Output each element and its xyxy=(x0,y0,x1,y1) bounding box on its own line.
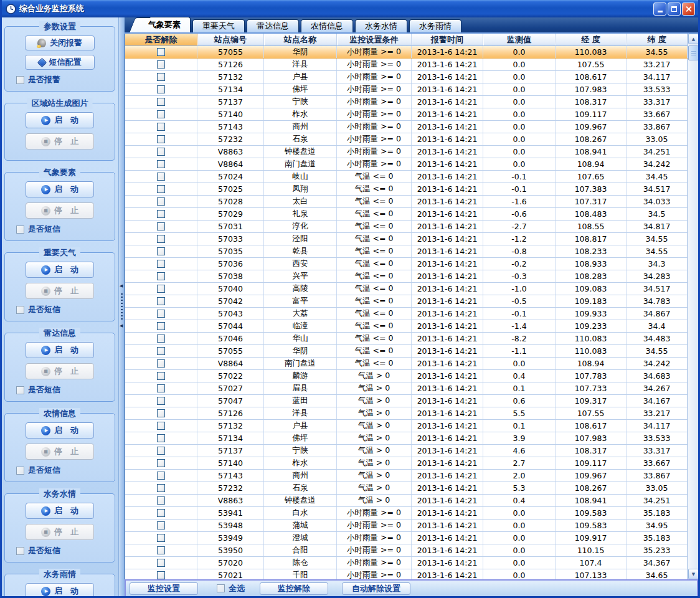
tab-水务雨情[interactable]: 水务雨情 xyxy=(409,19,461,32)
table-row[interactable]: 57043大荔气温 <= 02013-1-6 14:21-0.1109.9333… xyxy=(125,308,688,320)
column-header[interactable]: 站点名称 xyxy=(264,34,337,45)
release-checkbox[interactable] xyxy=(157,335,165,343)
vertical-scrollbar[interactable]: ▲ ▼ xyxy=(688,34,698,579)
release-checkbox[interactable] xyxy=(157,272,165,280)
table-row[interactable]: 57033泾阳气温 <= 02013-1-6 14:21-1.2108.8173… xyxy=(125,233,688,245)
release-checkbox[interactable] xyxy=(157,297,165,305)
release-checkbox[interactable] xyxy=(157,521,165,529)
release-checkbox[interactable] xyxy=(157,310,165,318)
tab-农情信息[interactable]: 农情信息 xyxy=(301,19,353,32)
release-checkbox[interactable] xyxy=(157,347,165,355)
release-checkbox[interactable] xyxy=(157,247,165,255)
table-row[interactable]: 57140柞水气温 > 02013-1-6 14:212.7109.11733.… xyxy=(125,457,688,470)
tab-雷达信息[interactable]: 雷达信息 xyxy=(247,19,299,32)
monitor-set-button[interactable]: 监控设置 xyxy=(130,582,198,595)
monitor-release-button[interactable]: 监控解除 xyxy=(260,582,328,595)
release-checkbox[interactable] xyxy=(157,110,165,118)
minimize-button[interactable] xyxy=(653,2,666,16)
release-checkbox[interactable] xyxy=(157,546,165,554)
table-row[interactable]: 57046华山气温 <= 02013-1-6 14:21-8.2110.0833… xyxy=(125,333,688,345)
checkbox[interactable] xyxy=(16,467,24,475)
column-header[interactable]: 站点编号 xyxy=(197,34,264,45)
stop-button[interactable]: ■停 止 xyxy=(26,524,94,540)
release-checkbox[interactable] xyxy=(157,210,165,218)
table-row[interactable]: V8863钟楼盘道小时雨量 >= 02013-1-6 14:210.0108.9… xyxy=(125,146,688,158)
table-row[interactable]: 57143商州小时雨量 >= 02013-1-6 14:210.0109.967… xyxy=(125,121,688,133)
column-header[interactable]: 经 度 xyxy=(556,34,627,45)
maximize-button[interactable] xyxy=(668,2,681,16)
collapse-arrow-icon[interactable]: ◀ xyxy=(120,284,123,288)
tab-水务水情[interactable]: 水务水情 xyxy=(355,19,407,32)
table-row[interactable]: V8864南门盘道气温 <= 02013-1-6 14:210.0108.943… xyxy=(125,358,688,370)
scroll-up-button[interactable]: ▲ xyxy=(688,34,699,44)
release-checkbox[interactable] xyxy=(157,173,165,181)
release-checkbox[interactable] xyxy=(157,496,165,505)
table-row[interactable]: 57042富平气温 <= 02013-1-6 14:21-0.5109.1833… xyxy=(125,295,688,308)
table-row[interactable]: 57055华阴小时雨量 >= 02013-1-6 14:210.0110.083… xyxy=(125,46,688,59)
table-row[interactable]: 57140柞水小时雨量 >= 02013-1-6 14:210.0109.117… xyxy=(125,108,688,121)
table-row[interactable]: 57055华阴气温 <= 02013-1-6 14:21-1.1110.0833… xyxy=(125,345,688,358)
start-button[interactable]: ▶启 动 xyxy=(26,262,94,278)
scroll-thumb[interactable] xyxy=(688,45,699,60)
select-all-control[interactable]: 全选 xyxy=(217,583,245,594)
table-row[interactable]: 57038兴平气温 <= 02013-1-6 14:21-0.3108.2833… xyxy=(125,270,688,283)
table-row[interactable]: 57134佛坪气温 > 02013-1-6 14:213.9107.98333.… xyxy=(125,432,688,445)
column-header[interactable]: 报警时间 xyxy=(412,34,483,45)
table-row[interactable]: 57024岐山气温 <= 02013-1-6 14:21-0.1107.6534… xyxy=(125,171,688,183)
release-checkbox[interactable] xyxy=(157,434,165,442)
release-checkbox[interactable] xyxy=(157,372,165,380)
table-row[interactable]: 57025凤翔气温 <= 02013-1-6 14:21-0.1107.3833… xyxy=(125,183,688,196)
table-row[interactable]: 57047蓝田气温 > 02013-1-6 14:210.6109.31734.… xyxy=(125,395,688,407)
release-checkbox[interactable] xyxy=(157,322,165,330)
column-header[interactable]: 是否解除 xyxy=(125,34,197,45)
sidebar-splitter[interactable]: ◀ ◀ xyxy=(119,17,125,596)
splitter-handle[interactable] xyxy=(121,293,123,320)
release-checkbox[interactable] xyxy=(157,534,165,542)
stop-button[interactable]: ■停 止 xyxy=(26,202,94,219)
table-row[interactable]: 57132户县小时雨量 >= 02013-1-6 14:210.0108.617… xyxy=(125,71,688,83)
release-checkbox[interactable] xyxy=(157,409,165,417)
select-all-checkbox[interactable] xyxy=(217,584,225,592)
release-checkbox[interactable] xyxy=(157,48,165,56)
button-短信配置[interactable]: 短信配置 xyxy=(25,55,95,70)
collapse-arrow-icon[interactable]: ◀ xyxy=(120,324,123,328)
table-row[interactable]: 57232石泉小时雨量 >= 02013-1-6 14:210.0108.267… xyxy=(125,133,688,146)
release-checkbox[interactable] xyxy=(157,384,165,392)
table-row[interactable]: 57022麟游气温 > 02013-1-6 14:210.4107.78334.… xyxy=(125,370,688,382)
auto-release-button[interactable]: 自动解除设置 xyxy=(342,582,410,595)
release-checkbox[interactable] xyxy=(157,484,165,492)
table-row[interactable]: 57035乾县气温 <= 02013-1-6 14:21-0.8108.2333… xyxy=(125,245,688,258)
table-row[interactable]: V8864南门盘道小时雨量 >= 02013-1-6 14:210.0108.9… xyxy=(125,158,688,171)
stop-button[interactable]: ■停 止 xyxy=(26,283,94,299)
release-checkbox[interactable] xyxy=(157,85,165,93)
release-checkbox[interactable] xyxy=(157,571,165,579)
scroll-down-button[interactable]: ▼ xyxy=(688,569,699,579)
checkbox[interactable] xyxy=(16,306,24,314)
table-row[interactable]: 57143商州气温 > 02013-1-6 14:212.0109.96733.… xyxy=(125,470,688,482)
table-row[interactable]: 57031淳化气温 <= 02013-1-6 14:21-2.7108.5534… xyxy=(125,221,688,233)
release-checkbox[interactable] xyxy=(157,285,165,293)
release-checkbox[interactable] xyxy=(157,222,165,230)
release-checkbox[interactable] xyxy=(157,197,165,206)
release-checkbox[interactable] xyxy=(157,397,165,405)
column-header[interactable]: 监测值 xyxy=(483,34,556,45)
table-row[interactable]: 53950合阳小时雨量 >= 02013-1-6 14:210.0110.153… xyxy=(125,544,688,557)
start-button[interactable]: ▶启 动 xyxy=(26,422,94,439)
release-checkbox[interactable] xyxy=(157,422,165,430)
release-checkbox[interactable] xyxy=(157,148,165,156)
stop-button[interactable]: ■停 止 xyxy=(26,363,94,379)
release-checkbox[interactable] xyxy=(157,235,165,243)
table-row[interactable]: 57137宁陕小时雨量 >= 02013-1-6 14:210.0108.317… xyxy=(125,96,688,108)
table-row[interactable]: 57134佛坪小时雨量 >= 02013-1-6 14:210.0107.983… xyxy=(125,83,688,96)
checkbox[interactable] xyxy=(16,386,24,394)
close-button[interactable] xyxy=(682,2,695,16)
table-row[interactable]: 57036西安气温 <= 02013-1-6 14:21-0.2108.9333… xyxy=(125,258,688,270)
table-row[interactable]: 57132户县气温 > 02013-1-6 14:210.1108.61734.… xyxy=(125,420,688,432)
release-checkbox[interactable] xyxy=(157,359,165,368)
table-row[interactable]: 57137宁陕气温 > 02013-1-6 14:214.6108.31733.… xyxy=(125,445,688,457)
start-button[interactable]: ▶启 动 xyxy=(26,342,94,358)
release-checkbox[interactable] xyxy=(157,160,165,168)
button-关闭报警[interactable]: 关闭报警 xyxy=(25,36,95,50)
tab-气象要素[interactable]: 气象要素 xyxy=(138,17,191,32)
table-row[interactable]: 53948蒲城小时雨量 >= 02013-1-6 14:210.0109.583… xyxy=(125,520,688,532)
